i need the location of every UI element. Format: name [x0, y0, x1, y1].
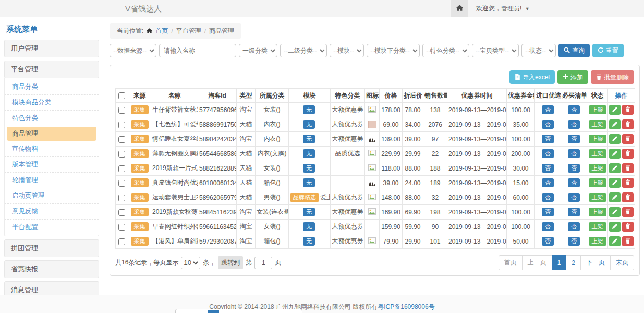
filter-select[interactable]: --宝贝类型-- — [472, 44, 519, 57]
edit-button[interactable] — [609, 134, 621, 144]
delete-button[interactable] — [622, 192, 634, 202]
batch-delete-button[interactable]: 批量删除 — [591, 70, 634, 84]
edit-button[interactable] — [609, 105, 621, 115]
sidebar-group-item[interactable]: 用户管理 — [4, 40, 99, 57]
must-buy-badge[interactable]: 否 — [568, 105, 580, 114]
sidebar-group-item[interactable]: 省惠快报 — [4, 260, 99, 278]
import-opt-badge[interactable]: 否 — [542, 237, 554, 246]
import-opt-badge[interactable]: 否 — [542, 208, 554, 216]
must-buy-badge[interactable]: 否 — [568, 149, 580, 158]
must-buy-badge[interactable]: 否 — [568, 135, 580, 143]
sidebar-sub-item[interactable]: 意见反馈 — [5, 204, 99, 220]
filter-select[interactable]: --模块-- — [330, 44, 364, 57]
edit-button[interactable] — [609, 222, 621, 232]
import-opt-badge[interactable]: 否 — [542, 164, 554, 173]
filter-select[interactable]: --二级分类-- — [280, 44, 327, 57]
filter-select[interactable]: 一级分类 — [239, 44, 277, 57]
page-button[interactable]: 2 — [566, 255, 581, 270]
status-badge[interactable]: 上架 — [589, 237, 606, 246]
must-buy-badge[interactable]: 否 — [568, 222, 580, 231]
user-menu[interactable]: 欢迎您，管理员! ▼ — [476, 4, 530, 13]
row-checkbox[interactable] — [118, 151, 125, 158]
filter-select[interactable]: --特色分类-- — [422, 44, 469, 57]
row-checkbox[interactable] — [118, 224, 125, 231]
import-opt-badge[interactable]: 否 — [542, 120, 554, 129]
page-button[interactable]: 下一页 — [580, 255, 611, 270]
sidebar-sub-item[interactable]: 轮播管理 — [5, 173, 99, 188]
status-badge[interactable]: 上架 — [589, 105, 606, 114]
status-badge[interactable]: 上架 — [589, 178, 606, 187]
query-button[interactable]: 查询 — [558, 44, 590, 57]
delete-button[interactable] — [622, 105, 634, 115]
import-opt-badge[interactable]: 否 — [542, 149, 554, 158]
sidebar-sub-item[interactable]: 模块商品分类 — [5, 95, 99, 111]
import-excel-button[interactable]: 导入excel — [509, 70, 555, 84]
sidebar-sub-item[interactable]: 启动页管理 — [5, 188, 99, 204]
home-button[interactable] — [451, 0, 468, 17]
row-checkbox[interactable] — [118, 180, 125, 187]
sidebar-sub-item[interactable]: 宣传物料 — [5, 141, 99, 157]
row-checkbox[interactable] — [118, 165, 125, 172]
status-badge[interactable]: 上架 — [589, 193, 606, 202]
status-badge[interactable]: 上架 — [589, 222, 606, 231]
breadcrumb-home-link[interactable]: 首页 — [155, 27, 168, 35]
must-buy-badge[interactable]: 否 — [568, 208, 580, 216]
must-buy-badge[interactable]: 否 — [568, 120, 580, 129]
sidebar-group-item[interactable]: 平台管理 — [4, 61, 99, 78]
delete-button[interactable] — [622, 236, 634, 246]
jump-page-input[interactable] — [254, 257, 272, 269]
import-opt-badge[interactable]: 否 — [542, 193, 554, 202]
edit-button[interactable] — [609, 163, 621, 173]
row-checkbox[interactable] — [118, 238, 125, 245]
sidebar-sub-item[interactable]: 平台配置 — [5, 220, 99, 235]
sidebar-sub-item[interactable]: 特色分类 — [5, 111, 99, 126]
jump-button[interactable]: 跳转到 — [218, 256, 243, 269]
edit-button[interactable] — [609, 178, 621, 188]
status-badge[interactable]: 上架 — [589, 135, 606, 143]
page-button[interactable]: 1 — [552, 255, 567, 270]
edit-button[interactable] — [609, 149, 621, 159]
sidebar-sub-item[interactable]: 商品管理 — [7, 127, 96, 141]
must-buy-badge[interactable]: 否 — [568, 164, 580, 173]
name-filter-input[interactable] — [159, 44, 236, 57]
status-badge[interactable]: 上架 — [589, 208, 606, 216]
select-all-checkbox[interactable] — [118, 92, 125, 99]
filter-select[interactable]: --模块下分类-- — [367, 44, 420, 57]
sidebar-sub-item[interactable]: 版本管理 — [5, 157, 99, 173]
edit-button[interactable] — [609, 192, 621, 202]
sidebar-sub-item[interactable]: 商品分类 — [5, 79, 99, 95]
page-button[interactable]: 上一页 — [522, 255, 552, 270]
import-opt-badge[interactable]: 否 — [542, 178, 554, 187]
delete-button[interactable] — [622, 207, 634, 217]
edit-button[interactable] — [609, 236, 621, 246]
edit-button[interactable] — [609, 207, 621, 217]
delete-button[interactable] — [622, 163, 634, 173]
reset-button[interactable]: 重置 — [592, 44, 624, 57]
sidebar-group-item[interactable]: 拼团管理 — [4, 239, 99, 257]
page-button[interactable]: 首页 — [499, 255, 523, 270]
delete-button[interactable] — [622, 119, 634, 129]
icp-link[interactable]: 粤ICP备16098006号 — [378, 303, 434, 310]
status-badge[interactable]: 上架 — [589, 120, 606, 129]
delete-button[interactable] — [622, 222, 634, 232]
must-buy-badge[interactable]: 否 — [568, 193, 580, 202]
must-buy-badge[interactable]: 否 — [568, 237, 580, 246]
status-badge[interactable]: 上架 — [589, 149, 606, 158]
add-button[interactable]: 添加 — [557, 70, 588, 84]
filter-select[interactable]: --数据来源-- — [110, 44, 156, 57]
row-checkbox[interactable] — [118, 122, 125, 128]
delete-button[interactable] — [622, 149, 634, 159]
edit-button[interactable] — [609, 119, 621, 129]
row-checkbox[interactable] — [118, 136, 125, 143]
row-checkbox[interactable] — [118, 195, 125, 201]
per-page-select[interactable]: 10 — [181, 257, 200, 269]
row-checkbox[interactable] — [118, 209, 125, 216]
must-buy-badge[interactable]: 否 — [568, 178, 580, 187]
import-opt-badge[interactable]: 否 — [542, 222, 554, 231]
filter-select[interactable]: --状态-- — [521, 44, 556, 57]
import-opt-badge[interactable]: 否 — [542, 105, 554, 114]
page-button[interactable]: 末页 — [610, 255, 634, 270]
status-badge[interactable]: 上架 — [589, 164, 606, 173]
delete-button[interactable] — [622, 134, 634, 144]
import-opt-badge[interactable]: 否 — [542, 135, 554, 143]
